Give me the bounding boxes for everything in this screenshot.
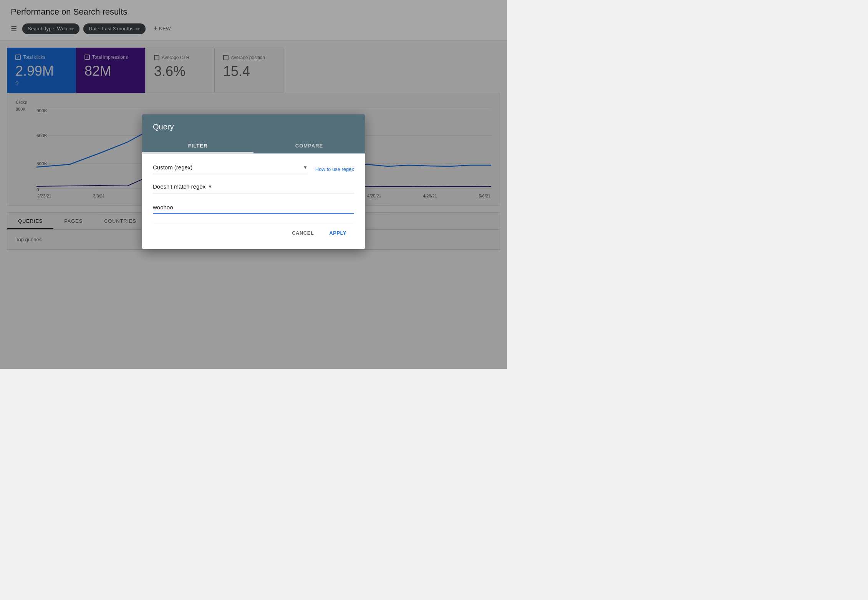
dialog-tabs: FILTER COMPARE [142, 138, 365, 153]
dialog-actions: CANCEL APPLY [153, 223, 354, 241]
condition-arrow: ▼ [208, 184, 212, 189]
filter-type-inline: Custom (regex) ▼ How to use regex [153, 164, 354, 174]
dialog-tab-filter[interactable]: FILTER [142, 138, 253, 153]
condition-value: Doesn't match regex [153, 183, 205, 190]
filter-type-select[interactable]: Custom (regex) ▼ [153, 164, 308, 174]
filter-type-row: Custom (regex) ▼ How to use regex [153, 164, 354, 174]
condition-row: Doesn't match regex ▼ [153, 183, 354, 193]
cancel-button[interactable]: CANCEL [286, 226, 320, 240]
filter-type-value: Custom (regex) [153, 164, 192, 171]
dialog-tab-compare[interactable]: COMPARE [253, 138, 365, 153]
filter-type-arrow: ▼ [303, 165, 308, 170]
regex-help-link[interactable]: How to use regex [315, 166, 354, 172]
dialog-body: Custom (regex) ▼ How to use regex Doesn'… [142, 153, 365, 249]
value-row [153, 202, 354, 214]
value-input[interactable] [153, 204, 354, 214]
apply-button[interactable]: APPLY [323, 226, 353, 240]
condition-select[interactable]: Doesn't match regex ▼ [153, 183, 354, 193]
dialog-title: Query [142, 114, 365, 131]
dialog: Query FILTER COMPARE Custom (regex) ▼ Ho… [142, 114, 365, 249]
